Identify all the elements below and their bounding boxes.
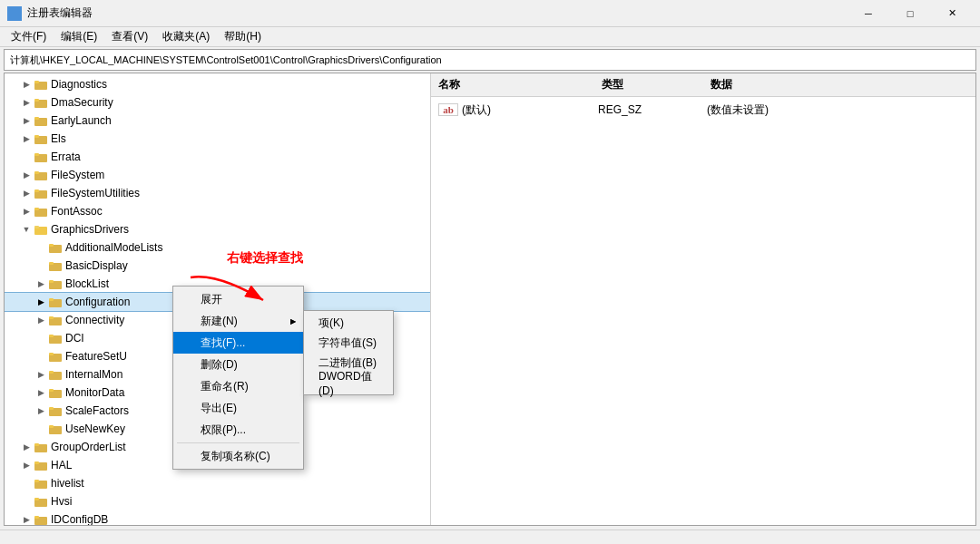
menu-favorites[interactable]: 收藏夹(A) [155,27,217,46]
tree-label: IDConfigDB [51,513,108,525]
folder-icon-open [34,222,48,237]
folder-icon [34,168,48,182]
toggle-hal[interactable] [19,458,34,472]
minimize-button[interactable]: ─ [848,0,889,27]
folder-icon [48,295,63,309]
toggle-connectivity[interactable] [34,313,48,327]
folder-icon [48,258,63,273]
tree-label: GraphicsDrivers [51,223,129,236]
ctx-permissions[interactable]: 权限(P)... [173,419,303,441]
folder-icon [48,331,63,345]
tree-item-filesystemutil[interactable]: FileSystemUtilities [5,184,430,202]
menu-edit[interactable]: 编辑(E) [54,27,104,46]
folder-icon [34,512,48,525]
menu-help[interactable]: 帮助(H) [217,27,269,46]
ctx-delete[interactable]: 删除(D) [173,354,303,375]
ctx-rename[interactable]: 重命名(R) [173,375,303,397]
svg-rect-24 [49,244,54,247]
toggle-graphicsdrivers[interactable] [19,222,34,237]
toggle-internalmon[interactable] [34,367,48,382]
svg-rect-54 [34,516,39,519]
tree-item-diagnostics[interactable]: Diagnostics [5,75,430,93]
ctx-export[interactable]: 导出(E) [173,397,303,419]
folder-icon [48,313,63,327]
close-button[interactable]: ✕ [931,0,973,27]
title-bar: 注册表编辑器 ─ □ ✕ [0,0,980,27]
address-bar[interactable]: 计算机\HKEY_LOCAL_MACHINE\SYSTEM\ControlSet… [4,49,976,71]
toggle-idconfigdb[interactable] [19,512,34,525]
toggle-grouporderlist[interactable] [19,440,34,454]
folder-icon [34,77,48,92]
tree-item-errata[interactable]: Errata [5,148,430,166]
tree-item-hivelist[interactable]: hivelist [5,474,430,492]
maximize-button[interactable]: □ [889,0,931,27]
tree-label: HAL [51,459,72,471]
tree-item-earlylaunch[interactable]: EarlyLaunch [5,112,430,130]
svg-rect-46 [34,443,39,446]
svg-rect-6 [34,81,39,83]
svg-rect-1 [15,8,20,13]
toggle-basicdisplay [34,258,48,273]
ctx-expand[interactable]: 展开 [173,288,303,310]
window-title: 注册表编辑器 [27,5,848,21]
tree-item-els[interactable]: Els [5,130,430,148]
registry-row[interactable]: ab (默认) REG_SZ (数值未设置) [431,101,975,119]
svg-rect-12 [34,135,39,138]
toggle-filesystemutil[interactable] [19,186,34,200]
tree-label: FileSystemUtilities [51,187,140,199]
right-panel-header: 名称 类型 数据 [431,73,975,97]
ctx-find[interactable]: 查找(F)... [173,332,303,354]
registry-value-name: (默认) [462,102,598,118]
registry-value-data: (数值未设置) [707,102,968,118]
submenu-item[interactable]: 项(K) [304,313,393,333]
folder-icon [34,95,48,110]
tree-label: BasicDisplay [65,259,128,272]
tree-item-basicdisplay[interactable]: BasicDisplay [5,257,430,275]
svg-rect-36 [49,353,54,355]
svg-rect-0 [9,8,14,13]
folder-icon [34,186,48,200]
ctx-new[interactable]: 新建(N) ▶ 项(K) 字符串值(S) 二进制值(B) DWORD值(D) [173,310,303,332]
folder-icon [34,131,48,146]
menu-view[interactable]: 查看(V) [104,27,155,46]
tree-item-idconfigdb[interactable]: IDConfigDB [5,510,430,525]
svg-rect-40 [49,389,54,392]
tree-item-hvsi[interactable]: Hvsi [5,492,430,510]
svg-rect-28 [49,280,54,283]
app-icon [7,6,22,21]
folder-icon [34,440,48,454]
tree-item-dmasecurity[interactable]: DmaSecurity [5,93,430,112]
tree-item-graphicsdrivers[interactable]: GraphicsDrivers [5,220,430,238]
tree-item-filesystem[interactable]: FileSystem [5,166,430,184]
tree-item-fontassoc[interactable]: FontAssoc [5,202,430,220]
toggle-filesystem[interactable] [19,168,34,182]
toggle-diagnostics[interactable] [19,77,34,92]
svg-rect-14 [34,153,39,156]
folder-icon [34,494,48,509]
submenu-item[interactable]: DWORD值(D) [304,373,393,393]
svg-rect-52 [34,498,39,500]
tree-label: InternalMon [65,368,122,381]
toggle-dmasecurity[interactable] [19,95,34,110]
toggle-scalefactors[interactable] [34,403,48,418]
menu-file[interactable]: 文件(F) [4,27,54,46]
toggle-monitordata[interactable] [34,385,48,400]
svg-rect-48 [34,461,39,464]
window-controls: ─ □ ✕ [848,0,973,27]
toggle-fontassoc[interactable] [19,204,34,219]
toggle-blocklist[interactable] [34,277,48,291]
svg-rect-3 [15,15,20,19]
submenu-item[interactable]: 字符串值(S) [304,333,393,353]
tree-label: ScaleFactors [65,404,129,417]
toggle-configuration[interactable] [34,295,48,309]
right-panel: 名称 类型 数据 ab (默认) REG_SZ (数值未设置) [431,73,975,525]
tree-item-additionalmodelists[interactable]: AdditionalModeLists [5,238,430,257]
folder-icon [48,240,63,255]
ctx-copyname[interactable]: 复制项名称(C) [173,445,303,467]
toggle-earlylaunch[interactable] [19,113,34,128]
header-name: 名称 [431,75,594,94]
folder-icon [34,204,48,219]
tree-label: MonitorData [65,386,124,399]
svg-rect-8 [34,99,39,102]
toggle-els[interactable] [19,131,34,146]
